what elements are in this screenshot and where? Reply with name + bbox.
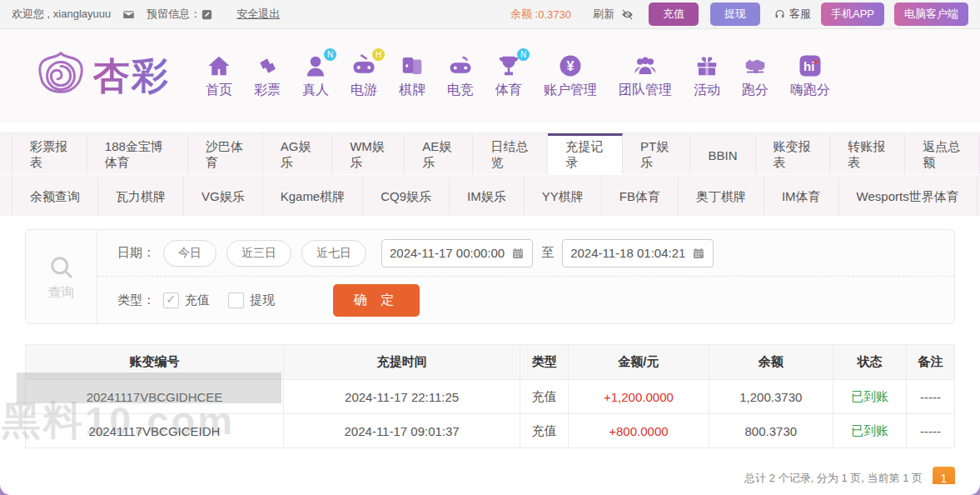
- new-badge: N: [517, 48, 530, 61]
- query-filter-panel: 查询 日期： 今日 近三日 近七日 2024-11-17 00:00:00 至 …: [25, 229, 955, 324]
- refresh-button[interactable]: 刷新: [593, 7, 614, 22]
- nav-item-boardgames[interactable]: 棋牌: [399, 53, 425, 99]
- col-header-balance: 余额: [709, 345, 833, 380]
- nav-item-hi-paofen[interactable]: hi 嗨跑分: [790, 53, 830, 99]
- record-time: 2024-11-17 09:01:37: [284, 414, 520, 448]
- table-row: 20241117VBCGICEIDH 2024-11-17 09:01:37 充…: [26, 414, 954, 448]
- nav-item-esports[interactable]: 电竞: [447, 53, 474, 99]
- tab-bbin[interactable]: BBIN: [690, 133, 755, 174]
- nav-label: 活动: [694, 82, 720, 99]
- record-id: 20241117VBCGICEIDH: [26, 414, 284, 448]
- nav-item-egames[interactable]: H 电游: [351, 53, 377, 99]
- date-to-label: 至: [541, 245, 554, 261]
- date-from-value: 2024-11-17 00:00:00: [390, 246, 505, 260]
- nav-label: 彩票: [254, 82, 281, 99]
- tab-balance-query[interactable]: 余额查询: [12, 175, 98, 216]
- nav-item-lottery[interactable]: 彩票: [254, 53, 281, 99]
- tab-daily-summary[interactable]: 日结总览: [473, 133, 548, 174]
- headset-icon: [774, 8, 786, 21]
- deposit-button[interactable]: 充值: [649, 2, 699, 26]
- type-label: 类型：: [117, 292, 155, 308]
- withdraw-button[interactable]: 提现: [710, 2, 760, 26]
- record-status: 已到账: [833, 380, 907, 414]
- svg-text:hi: hi: [803, 59, 814, 73]
- site-logo[interactable]: 杏彩: [35, 50, 170, 102]
- envelope-icon[interactable]: [122, 8, 135, 21]
- tab-wm[interactable]: WM娱乐: [332, 133, 405, 174]
- tab-ae[interactable]: AE娱乐: [405, 133, 473, 174]
- record-type: 充值: [520, 414, 569, 448]
- nav-item-live[interactable]: N 真人: [302, 53, 329, 99]
- nav-item-team[interactable]: 团队管理: [619, 53, 672, 99]
- tab-wesports[interactable]: Wesports世界体育: [839, 175, 978, 216]
- calendar-icon: [692, 247, 705, 260]
- record-status: 已到账: [833, 414, 907, 448]
- tab-row-2: 余额查询 瓦力棋牌 VG娱乐 Kgame棋牌 CQ9娱乐 IM娱乐 YY棋牌 F…: [0, 175, 980, 217]
- range-3days-button[interactable]: 近三日: [226, 240, 291, 267]
- range-7days-button[interactable]: 近七日: [301, 240, 366, 267]
- tab-deposit-withdraw-records[interactable]: 充提记录: [548, 133, 623, 174]
- tab-188-sports[interactable]: 188金宝博体育: [87, 133, 188, 174]
- deposit-checkbox-label[interactable]: 充值: [185, 292, 210, 308]
- report-tabs: 彩票报表 188金宝博体育 沙巴体育 AG娱乐 WM娱乐 AE娱乐 日结总览 充…: [0, 132, 980, 217]
- date-to-input[interactable]: 2024-11-18 01:04:21: [562, 239, 714, 268]
- customer-service-link[interactable]: 客服: [774, 7, 811, 22]
- joystick-icon: [448, 53, 473, 78]
- tab-aoding[interactable]: 奥丁棋牌: [679, 175, 764, 216]
- nav-item-promotions[interactable]: 活动: [694, 53, 720, 99]
- nav-item-sports[interactable]: N 体育: [495, 53, 522, 99]
- reserved-info-label: 预留信息：: [147, 7, 201, 22]
- eye-slash-icon[interactable]: [621, 8, 634, 21]
- bottom-strip-mask: [0, 484, 980, 495]
- calendar-icon: [511, 247, 525, 260]
- nav-label: 电竞: [447, 82, 474, 99]
- withdraw-checkbox-label[interactable]: 提现: [250, 292, 275, 308]
- tab-wali[interactable]: 瓦力棋牌: [98, 175, 184, 216]
- tab-account-change-report[interactable]: 账变报表: [756, 133, 831, 174]
- mobile-app-button[interactable]: 手机APP: [821, 2, 884, 26]
- tab-cq9[interactable]: CQ9娱乐: [363, 175, 450, 216]
- nav-item-paofen[interactable]: 跑分: [742, 53, 769, 99]
- nav-label: 账户管理: [544, 82, 597, 99]
- tab-lottery-report[interactable]: 彩票报表: [12, 133, 87, 174]
- pagination-summary: 总计 2 个记录, 分为 1 页, 当前第 1 页: [744, 471, 923, 486]
- col-header-type: 类型: [520, 345, 569, 380]
- record-amount: +1,200.0000: [569, 380, 709, 414]
- tab-ag[interactable]: AG娱乐: [263, 133, 332, 174]
- tab-pt[interactable]: PT娱乐: [623, 133, 690, 174]
- type-filter-row: 类型： 充值 提现 确 定: [97, 277, 954, 323]
- hot-badge: H: [372, 48, 385, 61]
- logo-flower-icon: [35, 50, 87, 102]
- tab-saba-sports[interactable]: 沙巴体育: [188, 133, 263, 174]
- tab-im-sports[interactable]: IM体育: [764, 175, 839, 216]
- tab-transfer-report[interactable]: 转账报表: [830, 133, 905, 174]
- date-filter-row: 日期： 今日 近三日 近七日 2024-11-17 00:00:00 至 202…: [97, 230, 954, 277]
- tab-rebate-total[interactable]: 返点总额: [905, 133, 980, 174]
- new-badge: N: [324, 48, 336, 61]
- edit-icon[interactable]: [201, 8, 213, 21]
- date-from-input[interactable]: 2024-11-17 00:00:00: [381, 239, 533, 268]
- nav-label: 体育: [495, 82, 522, 99]
- tab-kgame[interactable]: Kgame棋牌: [263, 175, 364, 216]
- record-note: -----: [907, 380, 954, 414]
- confirm-button[interactable]: 确 定: [333, 284, 420, 317]
- logout-link[interactable]: 安全退出: [236, 7, 280, 22]
- nav-item-account[interactable]: ¥ 账户管理: [544, 53, 597, 99]
- nav-item-home[interactable]: 首页: [206, 53, 232, 99]
- pc-client-button[interactable]: 电脑客户端: [894, 2, 968, 26]
- tab-yy[interactable]: YY棋牌: [525, 175, 602, 216]
- ticket-icon: [255, 53, 280, 78]
- tab-im-entertainment[interactable]: IM娱乐: [450, 175, 525, 216]
- search-icon: [47, 252, 77, 282]
- query-rail-label: 查询: [48, 284, 75, 302]
- withdraw-checkbox[interactable]: [228, 292, 244, 308]
- team-icon: [633, 53, 658, 78]
- logo-text: 杏彩: [93, 52, 170, 101]
- tab-vg[interactable]: VG娱乐: [184, 175, 263, 216]
- welcome-text: 欢迎您 , xianglayuuu: [12, 7, 111, 22]
- deposit-checkbox[interactable]: [163, 292, 179, 308]
- tab-fb-sports[interactable]: FB体育: [602, 175, 679, 216]
- range-today-button[interactable]: 今日: [163, 240, 216, 267]
- nav-label: 真人: [302, 82, 329, 99]
- nav-label: 跑分: [742, 82, 769, 99]
